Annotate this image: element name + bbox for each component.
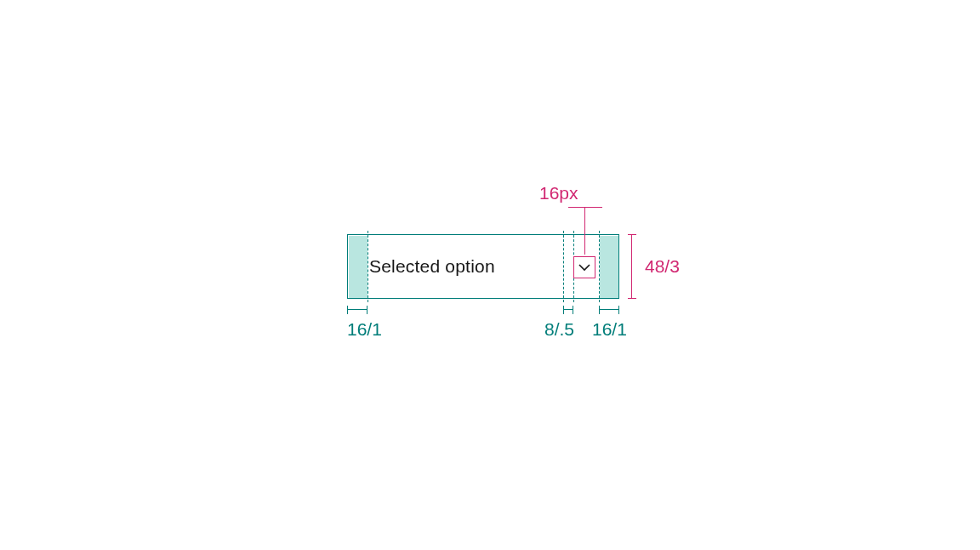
icon-callout-line-vertical [584,207,585,255]
height-measure [628,234,638,299]
guideline-padding-right [599,231,600,302]
gap-label: 8/.5 [544,319,574,340]
padding-right-label: 16/1 [592,319,627,340]
padding-right-highlight [600,236,618,298]
chevron-down-icon [578,263,590,272]
padding-left-highlight [349,236,368,298]
guideline-padding-left [368,231,368,302]
dropdown-spec-diagram: Selected option 16px 48/3 16/1 8/.5 16/1 [347,234,619,299]
icon-bounds-box [573,256,595,278]
selected-option-text: Selected option [369,256,495,277]
padding-right-measure [599,306,619,316]
padding-left-measure [347,306,368,316]
padding-left-label: 16/1 [347,319,382,340]
guideline-gap-start [563,231,564,302]
icon-size-label: 16px [539,183,578,203]
gap-measure [563,306,573,316]
icon-callout-line-horizontal [568,207,602,208]
height-label: 48/3 [645,256,680,277]
